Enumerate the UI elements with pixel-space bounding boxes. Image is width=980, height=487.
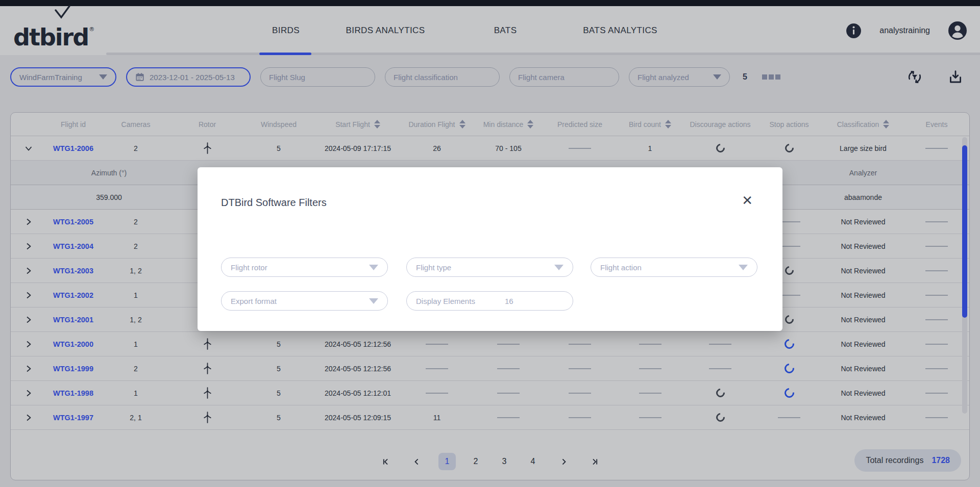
software-filters-modal: DTBird Software Filters ✕ Flight rotor F… <box>198 167 782 331</box>
flight-action-label: Flight action <box>600 263 642 272</box>
flight-type-label: Flight type <box>416 263 451 272</box>
close-icon[interactable]: ✕ <box>742 194 753 207</box>
flight-type-select[interactable]: Flight type <box>406 258 573 277</box>
chevron-down-icon <box>554 265 564 270</box>
display-elements-value: 16 <box>505 297 513 305</box>
flight-action-select[interactable]: Flight action <box>591 258 757 277</box>
flight-rotor-label: Flight rotor <box>231 263 267 272</box>
flight-rotor-select[interactable]: Flight rotor <box>221 258 388 277</box>
chevron-down-icon <box>369 265 378 270</box>
chevron-down-icon <box>369 298 378 304</box>
export-format-select[interactable]: Export format <box>221 291 388 311</box>
chevron-down-icon <box>739 265 748 270</box>
display-elements-input[interactable]: Display Elements 16 <box>406 291 573 311</box>
export-format-label: Export format <box>231 297 277 305</box>
display-elements-label: Display Elements <box>416 297 475 305</box>
modal-title: DTBird Software Filters <box>221 197 327 209</box>
